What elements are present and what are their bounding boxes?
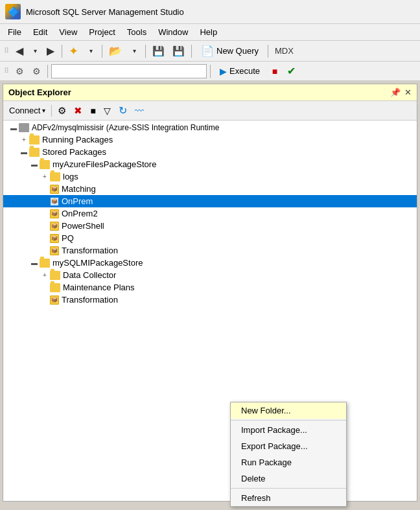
ctx-run-package[interactable]: Run Package xyxy=(231,454,346,470)
expand-azure[interactable]: ▬ xyxy=(29,161,40,168)
oe-filter2-button[interactable]: ▽ xyxy=(100,103,114,119)
maintenance-icon xyxy=(50,283,60,292)
transform1-label: Transformation xyxy=(62,246,118,255)
menu-view[interactable]: View xyxy=(54,25,82,39)
datacollector-label: Data Collector xyxy=(63,270,116,280)
stored-label: Stored Packages xyxy=(42,147,106,157)
close-icon[interactable]: ✕ xyxy=(404,87,412,97)
tree-item-maintenance[interactable]: Maintenance Plans xyxy=(3,281,417,294)
toolbar-sep-5 xyxy=(268,45,268,58)
mdx-button[interactable]: MDX xyxy=(272,43,297,60)
oe-refresh-button[interactable]: ↻ xyxy=(115,103,130,119)
ctx-sep-1 xyxy=(231,420,346,421)
onprem-label: OnPrem xyxy=(62,196,93,206)
new-query-label: New Query xyxy=(216,46,259,56)
tree-item-logs[interactable]: + logs xyxy=(3,170,417,183)
ctx-sep-2 xyxy=(231,488,346,489)
oe-sep-1 xyxy=(51,105,52,117)
tree-view: ▬ ADFv2/mysqlmissisir (Azure-SSIS Integr… xyxy=(3,121,417,501)
menu-help[interactable]: Help xyxy=(194,25,222,39)
ctx-import-package[interactable]: Import Package... xyxy=(231,422,346,438)
expand-server[interactable]: ▬ xyxy=(8,124,19,132)
oe-filter-button[interactable]: ⚙ xyxy=(54,103,69,119)
matching-label: Matching xyxy=(62,184,96,194)
forward-button[interactable]: ▶ xyxy=(43,43,58,60)
main-toolbar: ⠿ ◀ ▾ ▶ ✦ ▾ 📂 ▾ 💾 💾 📄 New Query MDX xyxy=(0,41,420,62)
mysql-store-icon xyxy=(40,259,50,268)
tree-item-running[interactable]: + Running Packages xyxy=(3,133,417,146)
expand-stored[interactable]: ▬ xyxy=(19,148,29,156)
new-file-button[interactable]: ✦ xyxy=(65,43,82,60)
tree-item-transformation2[interactable]: 📦 Transformation xyxy=(3,294,417,306)
drag-handle-1: ⠿ xyxy=(3,47,10,55)
save-all-button[interactable]: 💾 xyxy=(169,43,188,60)
stored-packages-icon xyxy=(29,148,40,157)
new-query-button[interactable]: 📄 New Query xyxy=(195,43,264,60)
pin-icon[interactable]: 📌 xyxy=(390,87,401,97)
logs-icon xyxy=(50,172,60,181)
expand-logs[interactable]: + xyxy=(40,173,50,180)
pq-icon: 📦 xyxy=(50,234,59,243)
execute-button[interactable]: ▶ Execute xyxy=(214,64,266,78)
server-icon xyxy=(19,123,29,132)
mdx-label: MDX xyxy=(275,46,294,56)
tree-item-server[interactable]: ▬ ADFv2/mysqlmissisir (Azure-SSIS Integr… xyxy=(3,122,417,133)
running-label: Running Packages xyxy=(42,135,113,145)
ctx-refresh[interactable]: Refresh xyxy=(231,490,346,506)
powershell-icon: 📦 xyxy=(50,222,59,231)
debug-icon-2[interactable]: ⚙ xyxy=(29,63,44,80)
menu-project[interactable]: Project xyxy=(84,25,120,39)
tree-item-azure[interactable]: ▬ myAzureFilesPackageStore xyxy=(3,158,417,170)
database-dropdown[interactable] xyxy=(51,64,207,78)
expand-mysql[interactable]: ▬ xyxy=(29,259,40,266)
menu-file[interactable]: File xyxy=(3,25,27,39)
expand-datacollector[interactable]: + xyxy=(40,272,50,279)
ctx-new-folder[interactable]: New Folder... xyxy=(231,402,346,419)
exec-sep-2 xyxy=(210,65,211,78)
oe-disconnect-button[interactable]: ✖ xyxy=(71,103,86,119)
back-dropdown[interactable]: ▾ xyxy=(27,43,43,60)
tree-item-powershell[interactable]: 📦 PowerShell xyxy=(3,220,417,232)
object-explorer-panel: Object Explorer 📌 ✕ Connect ▾ ⚙ ✖ ■ ▽ ↻ … xyxy=(3,84,417,502)
tree-item-datacollector[interactable]: + Data Collector xyxy=(3,269,417,281)
oe-stop-button[interactable]: ■ xyxy=(87,103,99,119)
play-icon: ▶ xyxy=(220,66,227,76)
execute-toolbar: ⠿ ⚙ ⚙ ▶ Execute ■ ✔ xyxy=(0,62,420,81)
tree-item-stored[interactable]: ▬ Stored Packages xyxy=(3,146,417,158)
transform2-icon: 📦 xyxy=(50,296,59,305)
tree-item-mysql[interactable]: ▬ mySQLMIPackageStore xyxy=(3,257,417,269)
connect-button[interactable]: Connect ▾ xyxy=(6,103,49,119)
ctx-export-package[interactable]: Export Package... xyxy=(231,438,346,454)
save-button[interactable]: 💾 xyxy=(149,43,168,60)
tree-item-onprem[interactable]: 📦 OnPrem xyxy=(3,195,417,207)
oe-title: Object Explorer xyxy=(8,87,71,97)
expand-running[interactable]: + xyxy=(19,136,29,143)
tree-item-matching[interactable]: 📦 Matching xyxy=(3,183,417,195)
tree-item-pq[interactable]: 📦 PQ xyxy=(3,232,417,244)
debug-icon-1[interactable]: ⚙ xyxy=(12,63,27,80)
ctx-delete[interactable]: Delete xyxy=(231,470,346,487)
stop-button[interactable]: ■ xyxy=(267,63,283,80)
oe-activity-button[interactable]: 〰 xyxy=(132,103,147,119)
transform1-icon: 📦 xyxy=(50,246,59,255)
onprem2-icon: 📦 xyxy=(50,209,59,218)
tree-item-transformation1[interactable]: 📦 Transformation xyxy=(3,244,417,257)
new-file-dropdown[interactable]: ▾ xyxy=(83,43,99,60)
check-button[interactable]: ✔ xyxy=(284,63,299,80)
app-title: Microsoft SQL Server Management Studio xyxy=(26,7,184,17)
context-menu: New Folder... Import Package... Export P… xyxy=(230,402,347,507)
maintenance-label: Maintenance Plans xyxy=(63,283,135,292)
open-button[interactable]: 📂 xyxy=(106,43,125,60)
tree-item-onprem2[interactable]: 📦 OnPrem2 xyxy=(3,207,417,220)
azure-label: myAzureFilesPackageStore xyxy=(52,159,156,169)
menu-edit[interactable]: Edit xyxy=(28,25,52,39)
logs-label: logs xyxy=(63,172,78,181)
open-dropdown[interactable]: ▾ xyxy=(126,43,142,60)
menu-tools[interactable]: Tools xyxy=(122,25,152,39)
onprem2-label: OnPrem2 xyxy=(62,209,98,218)
datacollector-icon xyxy=(50,271,60,280)
back-button[interactable]: ◀ xyxy=(12,43,27,60)
oe-toolbar: Connect ▾ ⚙ ✖ ■ ▽ ↻ 〰 xyxy=(3,101,417,121)
menu-window[interactable]: Window xyxy=(153,25,193,39)
running-packages-icon xyxy=(29,135,40,145)
